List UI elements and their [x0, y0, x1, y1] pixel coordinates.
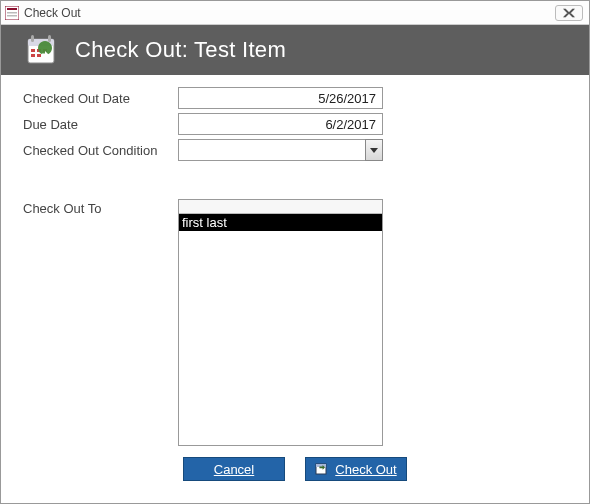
window-title: Check Out: [24, 6, 555, 20]
svg-rect-8: [31, 49, 35, 52]
svg-rect-14: [316, 464, 326, 467]
list-item[interactable]: first last: [179, 214, 382, 231]
check-out-button-label: Check Out: [335, 462, 396, 477]
form-area: Checked Out Date Due Date Checked Out Co…: [1, 75, 589, 446]
label-due-date: Due Date: [23, 117, 178, 132]
condition-dropdown-button[interactable]: [365, 139, 383, 161]
svg-rect-2: [7, 12, 17, 14]
header-band: Check Out: Test Item: [1, 25, 589, 75]
checkout-calendar-icon: [23, 31, 61, 69]
cancel-button[interactable]: Cancel: [183, 457, 285, 481]
label-check-out-to: Check Out To: [23, 199, 178, 216]
chevron-down-icon: [370, 148, 378, 153]
svg-rect-11: [31, 54, 35, 57]
row-checked-out-date: Checked Out Date: [23, 85, 567, 111]
row-check-out-to: Check Out To first last: [23, 199, 567, 446]
label-condition: Checked Out Condition: [23, 143, 178, 158]
titlebar: Check Out: [1, 1, 589, 25]
svg-rect-12: [37, 54, 41, 57]
header-title: Check Out: Test Item: [75, 37, 286, 63]
svg-rect-3: [7, 15, 17, 17]
check-out-to-listbox[interactable]: first last: [178, 199, 383, 446]
check-out-button[interactable]: Check Out: [305, 457, 407, 481]
checked-out-date-input[interactable]: [178, 87, 383, 109]
condition-input[interactable]: [178, 139, 365, 161]
row-due-date: Due Date: [23, 111, 567, 137]
label-checked-out-date: Checked Out Date: [23, 91, 178, 106]
svg-rect-6: [31, 35, 34, 42]
condition-combobox[interactable]: [178, 139, 383, 161]
svg-rect-1: [7, 8, 17, 10]
row-condition: Checked Out Condition: [23, 137, 567, 163]
check-out-icon: [315, 462, 329, 476]
cancel-button-label: Cancel: [214, 462, 254, 477]
listbox-header: [179, 200, 382, 214]
form-icon: [5, 6, 19, 20]
due-date-input[interactable]: [178, 113, 383, 135]
button-bar: Cancel Check Out: [1, 457, 589, 481]
window-close-button[interactable]: [555, 5, 583, 21]
close-icon: [563, 8, 575, 18]
svg-rect-7: [48, 35, 51, 42]
